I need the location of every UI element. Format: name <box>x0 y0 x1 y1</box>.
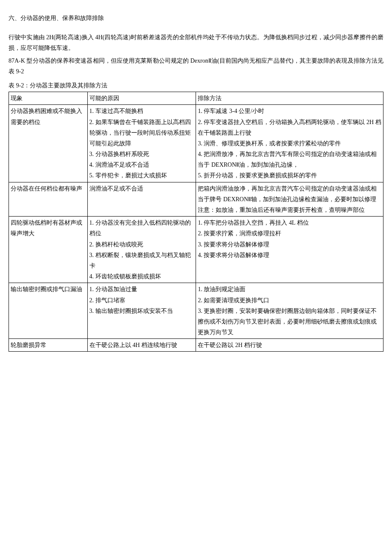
cell-remedy: 1. 停车减速 3-4 公里/小时2. 停车变速器挂入空档后，分动箱换入高档两轮… <box>196 105 383 182</box>
table-header-row: 现象 可能的原因 排除方法 <box>9 92 383 105</box>
cell-remedy: 在干硬公路以 2H 档行驶 <box>196 339 383 352</box>
table-row: 分动器换档困难或不能换入需要的档位 1. 车速过高不能换档2. 如果车辆曾在干铺… <box>9 105 383 182</box>
header-phenomenon: 现象 <box>9 92 88 105</box>
paragraph-2: 87A-K 型分动器的保养和变速器相同，但应使用克莱斯勒公司规定的 Dexron… <box>9 55 383 77</box>
table-row: 输出轴密封圈或排气口漏油 1. 分动器加油过量2. 排气口堵塞3. 输出轴密封圈… <box>9 283 383 339</box>
cell-remedy: 1. 停车把分动器挂入空挡，再挂入 4L 档位2. 按要求拧紧，润滑或修理拉杆3… <box>196 217 383 283</box>
cell-cause: 1. 分动器没有完全挂入低档四轮驱动的档位2. 换档杆松动或咬死3. 档权断裂，… <box>87 217 196 283</box>
cell-cause: 在干硬公路上以 4H 档连续地行驶 <box>87 339 196 352</box>
paragraph-1: 行驶中实施由 2H(两轮高速)换入 4H(四轮高速)时前桥差速器壳的全部机件均处… <box>9 32 383 53</box>
table-caption: 表 9-2：分动器主要故障及其排除方法 <box>9 80 383 91</box>
cell-cause: 1. 车速过高不能换档2. 如果车辆曾在干铺装路面上以高档四轮驱动，当行驶一段时… <box>87 105 196 182</box>
troubleshoot-table: 现象 可能的原因 排除方法 分动器换档困难或不能换入需要的档位 1. 车速过高不… <box>9 92 383 352</box>
cell-phenomenon: 分动器在任何档位都有噪声 <box>9 182 88 217</box>
cell-cause: 润滑油不足或不合适 <box>87 182 196 217</box>
section-title: 六、分动器的使用、保养和故障排除 <box>9 13 383 23</box>
cell-phenomenon: 四轮驱动低档时有器材声或噪声增大 <box>9 217 88 283</box>
table-row: 轮胎磨损异常 在干硬公路上以 4H 档连续地行驶 在干硬公路以 2H 档行驶 <box>9 339 383 352</box>
cell-cause: 1. 分动器加油过量2. 排气口堵塞3. 输出轴密封圈损坏或安装不当 <box>87 283 196 339</box>
table-row: 四轮驱动低档时有器材声或噪声增大 1. 分动器没有完全挂入低档四轮驱动的档位2.… <box>9 217 383 283</box>
cell-phenomenon: 轮胎磨损异常 <box>9 339 88 352</box>
cell-phenomenon: 分动器换档困难或不能换入需要的档位 <box>9 105 88 182</box>
header-cause: 可能的原因 <box>87 92 196 105</box>
cell-remedy: 1. 放油到规定油面2. 如需要清理或更换排气口3. 更换密封圈，安装时要确保密… <box>196 283 383 339</box>
header-remedy: 排除方法 <box>196 92 383 105</box>
cell-phenomenon: 输出轴密封圈或排气口漏油 <box>9 283 88 339</box>
table-row: 分动器在任何档位都有噪声 润滑油不足或不合适 把箱内润滑油放净，再加北京吉普汽车… <box>9 182 383 217</box>
cell-remedy: 把箱内润滑油放净，再加北京吉普汽车公司指定的自动变速器油或相当于牌号 DEXRO… <box>196 182 383 217</box>
